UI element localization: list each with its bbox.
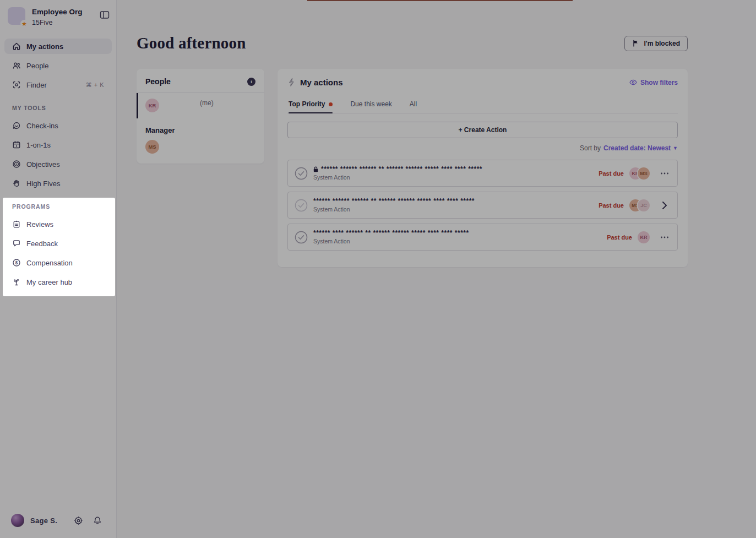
- career-hub-icon: [12, 278, 21, 286]
- app-screen: ★ Employee Org 15Five My actions: [0, 0, 756, 538]
- feedback-icon: [12, 239, 21, 248]
- sidebar-item-my-career-hub[interactable]: My career hub: [4, 274, 113, 290]
- sidebar-item-label: Compensation: [26, 259, 73, 267]
- sidebar-item-reviews[interactable]: Reviews: [4, 216, 113, 232]
- reviews-icon: [12, 220, 21, 229]
- sidebar-item-label: Reviews: [26, 220, 53, 229]
- programs-header: PROGRAMS: [12, 203, 113, 210]
- sidebar-item-label: My career hub: [26, 278, 72, 286]
- compensation-icon: $: [12, 258, 21, 267]
- sidebar-item-label: Feedback: [26, 240, 58, 248]
- sidebar-item-feedback[interactable]: Feedback: [4, 236, 113, 251]
- svg-text:$: $: [15, 260, 18, 265]
- sidebar-item-compensation[interactable]: $ Compensation: [4, 255, 113, 270]
- programs-spotlight: PROGRAMS Reviews Feedback: [3, 198, 115, 296]
